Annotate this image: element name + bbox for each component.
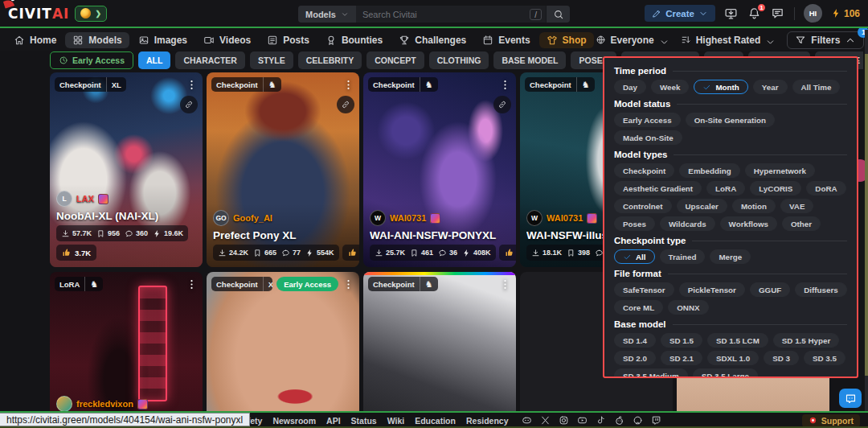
search-button[interactable] [546, 6, 570, 23]
search-input[interactable] [356, 10, 530, 19]
creator-avatar[interactable]: W [526, 210, 542, 226]
copy-link-button[interactable] [180, 96, 198, 113]
model-card[interactable]: Checkpoint♞WWAI0731WAI-ANI-NSFW-PONYXL25… [363, 72, 516, 267]
early-access-toggle-chip[interactable]: Early Access [50, 51, 133, 69]
civitai-logo[interactable]: CIVITAI ❯ [8, 6, 107, 22]
filter-chip-sd-1-5[interactable]: SD 1.5 [661, 333, 702, 348]
nav-item-bounties[interactable]: Bounties [318, 32, 390, 48]
filter-chip-early-access[interactable]: Early Access [614, 113, 681, 127]
footer-link-residency[interactable]: Residency [466, 416, 509, 426]
creator-name[interactable]: WAI0731 [390, 213, 426, 223]
filter-chip-dora[interactable]: DoRA [806, 181, 845, 195]
card-menu-button[interactable] [186, 77, 198, 92]
likes-count[interactable]: 3.7K [56, 245, 96, 261]
filter-chip-embedding[interactable]: Embedding [679, 163, 739, 178]
category-chip-all[interactable]: ALL [138, 51, 170, 69]
creator-avatar[interactable]: W [370, 210, 386, 226]
category-chip-celebrity[interactable]: CELEBRITY [298, 51, 362, 69]
social-link-tiktok[interactable] [596, 415, 606, 426]
creator-name[interactable]: freckledvixon [76, 399, 133, 409]
model-card[interactable]: Checkpoint♞GOGoofy_AIPrefect Pony XL24.2… [207, 72, 359, 267]
footer-link-api[interactable]: API [326, 416, 341, 426]
filter-chip-aesthetic-gradient[interactable]: Aesthetic Gradient [614, 181, 702, 195]
filter-chip-lycoris[interactable]: LyCORIS [750, 181, 801, 195]
footer-link-newsroom[interactable]: Newsroom [272, 416, 316, 426]
filter-chip-sd-1-4[interactable]: SD 1.4 [614, 333, 656, 348]
filter-chip-on-site-generation[interactable]: On-Site Generation [686, 113, 775, 127]
notifications-bell-icon[interactable]: 1 [747, 6, 762, 21]
nav-item-videos[interactable]: Videos [196, 32, 258, 48]
scrollbar[interactable] [865, 30, 868, 411]
creator-name[interactable]: Goofy_AI [233, 213, 272, 223]
social-link-twitch[interactable] [651, 415, 661, 426]
filter-chip-checkpoint[interactable]: Checkpoint [614, 163, 674, 178]
category-chip-concept[interactable]: CONCEPT [366, 51, 424, 69]
support-button[interactable]: Support [802, 414, 860, 427]
scrollbar-thumb[interactable] [865, 54, 868, 376]
card-menu-button[interactable] [342, 77, 354, 92]
likes-count[interactable]: 1.9K [499, 245, 516, 261]
nav-item-images[interactable]: Images [131, 32, 194, 48]
filter-chip-month[interactable]: Month [694, 80, 747, 94]
nav-item-models[interactable]: Models [65, 32, 129, 48]
filter-chip-made-on-site[interactable]: Made On-Site [614, 130, 682, 145]
holiday-emoji-badge[interactable]: ❯ [75, 6, 107, 22]
filter-chip-core-ml[interactable]: Core ML [614, 300, 663, 315]
card-menu-button[interactable] [499, 277, 511, 291]
category-chip-style[interactable]: STYLE [250, 51, 293, 69]
category-chip-character[interactable]: CHARACTER [175, 51, 245, 69]
filter-chip-sd-2-1[interactable]: SD 2.1 [661, 351, 702, 365]
nav-item-home[interactable]: Home [6, 32, 63, 48]
model-card[interactable]: Checkpoint♞ [363, 272, 516, 428]
filter-chip-upscaler[interactable]: Upscaler [677, 199, 727, 213]
creator-avatar[interactable] [56, 396, 72, 412]
buzz-balance[interactable]: 106 [831, 8, 860, 19]
social-link-x[interactable] [540, 415, 551, 426]
filter-chip-sd-1-5-lcm[interactable]: SD 1.5 LCM [707, 333, 768, 348]
card-menu-button[interactable] [342, 277, 354, 291]
filter-chip-controlnet[interactable]: Controlnet [614, 199, 672, 213]
filter-chip-poses[interactable]: Poses [614, 216, 655, 231]
card-menu-button[interactable] [499, 77, 511, 92]
feedback-chat-button[interactable] [839, 389, 862, 408]
filter-chip-diffusers[interactable]: Diffusers [795, 282, 846, 297]
social-link-github[interactable] [633, 415, 643, 426]
creator-avatar[interactable]: L [56, 191, 72, 207]
filter-chip-wildcards[interactable]: Wildcards [660, 216, 715, 231]
model-card[interactable]: CheckpointXLEarly Access [207, 272, 359, 428]
model-card[interactable]: CheckpointXLLLAXNoobAI-XL (NAI-XL)57.7K9… [50, 72, 203, 267]
likes-count[interactable]: 2.9K [342, 245, 359, 261]
filter-chip-gguf[interactable]: GGUF [750, 282, 790, 297]
filter-chip-trained[interactable]: Trained [660, 249, 706, 264]
filter-chip-onnx[interactable]: ONNX [668, 300, 708, 315]
filter-chip-year[interactable]: Year [753, 80, 788, 94]
model-card[interactable]: LoRA♞freckledvixon [50, 272, 203, 428]
filter-chip-sd-1-5-hyper[interactable]: SD 1.5 Hyper [773, 333, 839, 348]
filter-chip-workflows[interactable]: Workflows [720, 216, 777, 231]
filter-chip-week[interactable]: Week [651, 80, 689, 94]
generation-queue-icon[interactable] [724, 6, 739, 21]
filter-chip-motion[interactable]: Motion [732, 199, 776, 213]
creator-name[interactable]: WAI0731 [547, 213, 583, 223]
social-link-youtube[interactable] [577, 415, 588, 426]
social-link-reddit[interactable] [614, 415, 624, 426]
nav-item-posts[interactable]: Posts [260, 32, 317, 48]
filter-chip-all-time[interactable]: All Time [792, 80, 841, 94]
footer-link-education[interactable]: Education [415, 416, 456, 426]
filter-chip-sd-2-0[interactable]: SD 2.0 [614, 351, 656, 365]
filter-chip-merge[interactable]: Merge [710, 249, 751, 264]
filter-chip-lora[interactable]: LoRA [706, 181, 745, 195]
filter-chip-safetensor[interactable]: SafeTensor [614, 282, 674, 297]
category-chip-clothing[interactable]: CLOTHING [429, 51, 489, 69]
audience-selector[interactable]: Everyone [596, 35, 668, 46]
footer-link-status[interactable]: Status [351, 416, 377, 426]
filter-chip-vae[interactable]: VAE [780, 199, 813, 213]
filter-chip-hypernetwork[interactable]: Hypernetwork [745, 163, 815, 178]
filter-chip-day[interactable]: Day [614, 80, 646, 94]
filter-chip-other[interactable]: Other [782, 216, 821, 231]
nav-item-shop[interactable]: Shop [539, 32, 594, 48]
feedback-icon[interactable] [771, 6, 785, 21]
filter-chip-pickletensor[interactable]: PickleTensor [679, 282, 745, 297]
user-avatar[interactable]: HI [804, 4, 822, 23]
card-menu-button[interactable] [186, 277, 198, 291]
